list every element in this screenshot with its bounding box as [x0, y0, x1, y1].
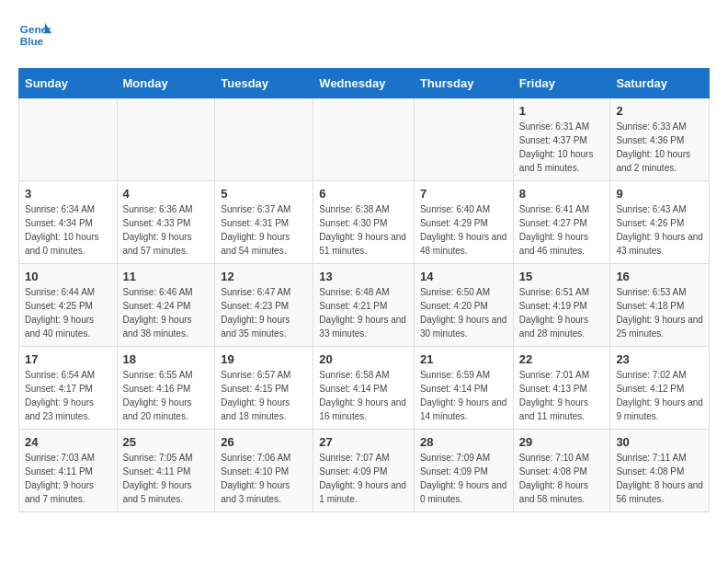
day-info: Sunrise: 6:41 AM Sunset: 4:27 PM Dayligh… [519, 202, 605, 258]
day-number: 11 [123, 270, 210, 283]
day-info: Sunrise: 6:34 AM Sunset: 4:34 PM Dayligh… [25, 202, 111, 258]
calendar-cell: 29Sunrise: 7:10 AM Sunset: 4:08 PM Dayli… [513, 430, 610, 512]
calendar-cell [414, 98, 513, 181]
day-info: Sunrise: 6:57 AM Sunset: 4:15 PM Dayligh… [221, 368, 307, 423]
weekday-header-cell: Tuesday [215, 69, 313, 98]
day-number: 15 [519, 270, 605, 283]
calendar-cell: 6Sunrise: 6:38 AM Sunset: 4:30 PM Daylig… [313, 181, 415, 264]
day-number: 5 [221, 187, 307, 201]
calendar-cell [313, 98, 415, 181]
day-info: Sunrise: 7:10 AM Sunset: 4:08 PM Dayligh… [519, 451, 605, 506]
calendar-cell: 14Sunrise: 6:50 AM Sunset: 4:20 PM Dayli… [414, 264, 513, 347]
calendar-cell: 15Sunrise: 6:51 AM Sunset: 4:19 PM Dayli… [513, 264, 610, 347]
calendar-cell: 18Sunrise: 6:55 AM Sunset: 4:16 PM Dayli… [117, 347, 215, 430]
calendar-cell: 10Sunrise: 6:44 AM Sunset: 4:25 PM Dayli… [19, 264, 118, 347]
day-info: Sunrise: 6:40 AM Sunset: 4:29 PM Dayligh… [420, 202, 507, 258]
day-info: Sunrise: 6:46 AM Sunset: 4:24 PM Dayligh… [123, 285, 210, 340]
day-info: Sunrise: 6:55 AM Sunset: 4:16 PM Dayligh… [123, 368, 210, 423]
calendar-cell: 8Sunrise: 6:41 AM Sunset: 4:27 PM Daylig… [513, 181, 610, 264]
day-number: 8 [519, 187, 605, 201]
calendar-cell: 5Sunrise: 6:37 AM Sunset: 4:31 PM Daylig… [215, 181, 313, 264]
day-info: Sunrise: 6:59 AM Sunset: 4:14 PM Dayligh… [420, 368, 507, 423]
day-info: Sunrise: 7:05 AM Sunset: 4:11 PM Dayligh… [123, 451, 210, 506]
calendar-cell: 2Sunrise: 6:33 AM Sunset: 4:36 PM Daylig… [610, 98, 710, 181]
calendar-cell: 26Sunrise: 7:06 AM Sunset: 4:10 PM Dayli… [215, 430, 313, 512]
calendar-cell: 28Sunrise: 7:09 AM Sunset: 4:09 PM Dayli… [414, 430, 513, 512]
day-info: Sunrise: 6:50 AM Sunset: 4:20 PM Dayligh… [420, 285, 507, 340]
calendar-cell: 3Sunrise: 6:34 AM Sunset: 4:34 PM Daylig… [19, 181, 118, 264]
day-info: Sunrise: 6:38 AM Sunset: 4:30 PM Dayligh… [319, 202, 408, 258]
day-number: 2 [616, 104, 703, 118]
calendar-cell [215, 98, 313, 181]
day-number: 13 [319, 270, 408, 283]
calendar-cell [19, 98, 118, 181]
day-number: 26 [221, 435, 307, 449]
calendar-cell: 25Sunrise: 7:05 AM Sunset: 4:11 PM Dayli… [117, 430, 215, 512]
day-number: 21 [420, 352, 507, 366]
calendar-cell: 12Sunrise: 6:47 AM Sunset: 4:23 PM Dayli… [215, 264, 313, 347]
calendar-cell: 22Sunrise: 7:01 AM Sunset: 4:13 PM Dayli… [513, 347, 610, 430]
calendar-cell [117, 98, 215, 181]
day-number: 30 [616, 435, 703, 449]
day-number: 1 [519, 104, 605, 118]
day-info: Sunrise: 6:37 AM Sunset: 4:31 PM Dayligh… [221, 202, 307, 258]
day-info: Sunrise: 6:48 AM Sunset: 4:21 PM Dayligh… [319, 285, 408, 340]
day-number: 4 [123, 187, 210, 201]
day-number: 23 [616, 352, 703, 366]
day-number: 29 [519, 435, 605, 449]
day-info: Sunrise: 7:11 AM Sunset: 4:08 PM Dayligh… [616, 451, 703, 506]
calendar-cell: 13Sunrise: 6:48 AM Sunset: 4:21 PM Dayli… [313, 264, 415, 347]
day-info: Sunrise: 6:58 AM Sunset: 4:14 PM Dayligh… [319, 368, 408, 423]
weekday-header-cell: Friday [513, 69, 610, 98]
weekday-header-cell: Wednesday [313, 69, 415, 98]
svg-text:Blue: Blue [20, 35, 44, 47]
day-number: 27 [319, 435, 408, 449]
day-number: 24 [25, 435, 111, 449]
calendar-row: 1Sunrise: 6:31 AM Sunset: 4:37 PM Daylig… [19, 98, 710, 181]
day-number: 10 [25, 270, 111, 283]
calendar-cell: 21Sunrise: 6:59 AM Sunset: 4:14 PM Dayli… [414, 347, 513, 430]
calendar-row: 10Sunrise: 6:44 AM Sunset: 4:25 PM Dayli… [19, 264, 710, 347]
calendar-cell: 24Sunrise: 7:03 AM Sunset: 4:11 PM Dayli… [19, 430, 118, 512]
logo: General Blue [18, 18, 55, 52]
weekday-header-cell: Thursday [414, 69, 513, 98]
day-info: Sunrise: 6:47 AM Sunset: 4:23 PM Dayligh… [221, 285, 307, 340]
weekday-header-cell: Monday [117, 69, 215, 98]
day-info: Sunrise: 7:02 AM Sunset: 4:12 PM Dayligh… [616, 368, 703, 423]
calendar-cell: 27Sunrise: 7:07 AM Sunset: 4:09 PM Dayli… [313, 430, 415, 512]
calendar-row: 17Sunrise: 6:54 AM Sunset: 4:17 PM Dayli… [19, 347, 710, 430]
calendar-cell: 20Sunrise: 6:58 AM Sunset: 4:14 PM Dayli… [313, 347, 415, 430]
day-number: 7 [420, 187, 507, 201]
calendar-cell: 23Sunrise: 7:02 AM Sunset: 4:12 PM Dayli… [610, 347, 710, 430]
weekday-header-cell: Saturday [610, 69, 710, 98]
calendar-cell: 19Sunrise: 6:57 AM Sunset: 4:15 PM Dayli… [215, 347, 313, 430]
day-info: Sunrise: 6:33 AM Sunset: 4:36 PM Dayligh… [616, 120, 703, 175]
day-number: 9 [616, 187, 703, 201]
calendar-cell: 1Sunrise: 6:31 AM Sunset: 4:37 PM Daylig… [513, 98, 610, 181]
day-number: 25 [123, 435, 210, 449]
day-number: 3 [25, 187, 111, 201]
general-blue-logo-icon: General Blue [18, 18, 51, 52]
day-info: Sunrise: 7:06 AM Sunset: 4:10 PM Dayligh… [221, 451, 307, 506]
weekday-header-cell: Sunday [19, 69, 118, 98]
day-number: 22 [519, 352, 605, 366]
calendar-row: 24Sunrise: 7:03 AM Sunset: 4:11 PM Dayli… [19, 430, 710, 512]
day-info: Sunrise: 7:03 AM Sunset: 4:11 PM Dayligh… [25, 451, 111, 506]
calendar-cell: 11Sunrise: 6:46 AM Sunset: 4:24 PM Dayli… [117, 264, 215, 347]
calendar-cell: 30Sunrise: 7:11 AM Sunset: 4:08 PM Dayli… [610, 430, 710, 512]
day-number: 16 [616, 270, 703, 283]
day-number: 19 [221, 352, 307, 366]
day-info: Sunrise: 6:31 AM Sunset: 4:37 PM Dayligh… [519, 120, 605, 175]
calendar-body: 1Sunrise: 6:31 AM Sunset: 4:37 PM Daylig… [19, 98, 710, 512]
day-info: Sunrise: 6:51 AM Sunset: 4:19 PM Dayligh… [519, 285, 605, 340]
day-number: 18 [123, 352, 210, 366]
day-number: 17 [25, 352, 111, 366]
calendar-cell: 9Sunrise: 6:43 AM Sunset: 4:26 PM Daylig… [610, 181, 710, 264]
day-number: 12 [221, 270, 307, 283]
calendar-cell: 7Sunrise: 6:40 AM Sunset: 4:29 PM Daylig… [414, 181, 513, 264]
calendar-cell: 17Sunrise: 6:54 AM Sunset: 4:17 PM Dayli… [19, 347, 118, 430]
day-info: Sunrise: 7:09 AM Sunset: 4:09 PM Dayligh… [420, 451, 507, 506]
day-info: Sunrise: 6:54 AM Sunset: 4:17 PM Dayligh… [25, 368, 111, 423]
calendar-table: SundayMondayTuesdayWednesdayThursdayFrid… [18, 68, 710, 512]
day-number: 28 [420, 435, 507, 449]
